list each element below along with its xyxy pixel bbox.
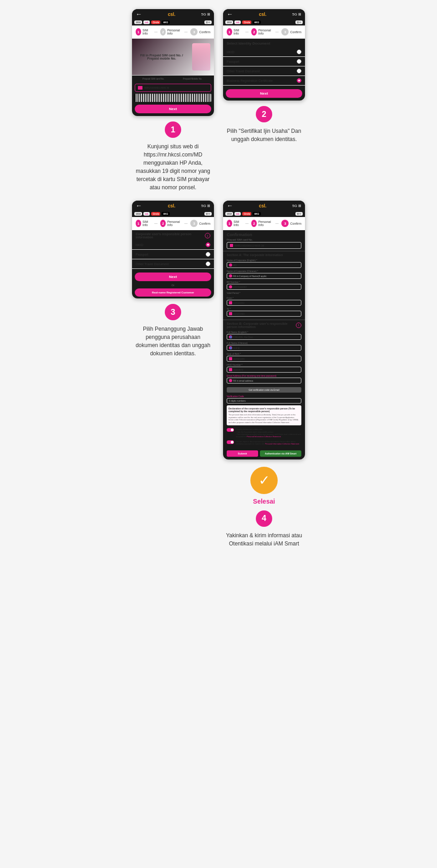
step-2-circle-3: 3 bbox=[281, 28, 289, 35]
step-label-confirm-1: Confirm bbox=[199, 30, 210, 34]
full-name-en-row: Full Name (English) * 👤 CHEUNG, Ka Chun bbox=[223, 330, 305, 341]
row-1: ← csl. 5G ⊞ 1010 csl. Circle HKG 繁中 1 SI… bbox=[0, 9, 437, 192]
hkid-icon bbox=[229, 368, 232, 371]
back-arrow-icon[interactable]: ← bbox=[136, 10, 142, 18]
step-indicator-4: 1 SIM Info 2 Personal Info 3 Confirm bbox=[223, 217, 305, 230]
step-2-personal-label: Personal Info bbox=[258, 29, 272, 35]
lang-btn-4[interactable]: 繁中 bbox=[295, 212, 303, 216]
to-value[interactable]: 11/10/2093 bbox=[227, 311, 301, 317]
name-en-text: MD bbox=[233, 264, 237, 267]
sim-number-text: 89852000089114935 39 bbox=[144, 86, 169, 89]
phone3-hkid-radio[interactable] bbox=[206, 242, 210, 247]
sim-number-box[interactable]: 89852000089114935 39 bbox=[135, 84, 211, 92]
step-circle-3: 3 bbox=[190, 28, 198, 35]
step-2-desc: Pilih "Sertifikat Ijin Usaha" Dan unggah… bbox=[225, 127, 303, 143]
step-4-block: 4 Yakinkan & kirim informasi atau Otenti… bbox=[225, 510, 303, 548]
declaration-box: Declaration of the corporate user's resp… bbox=[227, 405, 301, 425]
step-number-4: 4 bbox=[256, 510, 272, 527]
barcode bbox=[135, 94, 211, 102]
full-name-en-value[interactable]: 👤 CHEUNG, Ka Chun bbox=[227, 334, 301, 340]
submit-btn[interactable]: Submit bbox=[227, 450, 258, 457]
back-arrow-2-icon[interactable]: ← bbox=[227, 10, 233, 18]
toggle2-link[interactable]: Personal Information Collection Statemen… bbox=[265, 443, 299, 445]
step-label-sim-1: SIM Info bbox=[142, 29, 152, 35]
carrier-logo: csl. bbox=[168, 12, 176, 17]
next-button-3[interactable]: Next bbox=[135, 273, 211, 281]
step-item-1: 1 SIM Info bbox=[136, 28, 152, 35]
next-button-2[interactable]: Next bbox=[226, 89, 302, 98]
hkid-radio[interactable] bbox=[297, 50, 301, 54]
hkid-num-value[interactable]: Z6833672 bbox=[227, 367, 301, 373]
to-row: To * 11/10/2093 bbox=[223, 307, 305, 318]
id-option-travel[interactable]: Other Travel Document bbox=[223, 66, 305, 76]
back-arrow-4-icon[interactable]: ← bbox=[227, 202, 233, 209]
next-button-1[interactable]: Next bbox=[135, 105, 211, 113]
toggle1-link[interactable]: Personal Information Collection Statemen… bbox=[247, 435, 281, 438]
email-value[interactable]: Fill in email address bbox=[227, 378, 301, 384]
name-cn-value[interactable]: Fill in Company of Name(If applic bbox=[227, 273, 301, 279]
step-3-item-2: 2 Personal Info bbox=[160, 220, 182, 227]
phone3-passport-radio[interactable] bbox=[206, 252, 210, 257]
logo-2: csl. bbox=[143, 20, 150, 24]
dob-row: Date of Birth * 16/04/1989 bbox=[223, 352, 305, 363]
logos-row-1: 1010 csl. Circle HKG 繁中 bbox=[132, 19, 214, 25]
phone-4-status-bar: ← csl. 5G ⊞ bbox=[223, 201, 305, 211]
phone3-travel-label: Other Travel Document bbox=[136, 262, 168, 266]
sim-labels-row: Prepaid SIM card No. Prepaid Mobile No. bbox=[132, 75, 214, 82]
lang-btn-1[interactable]: 繁中 bbox=[204, 20, 212, 24]
from-row: From * 11/11/2002 bbox=[223, 296, 305, 307]
lang-btn-3[interactable]: 繁中 bbox=[204, 212, 212, 216]
phone3-hkid-option[interactable]: HKID bbox=[132, 240, 214, 250]
sim-value-icon bbox=[230, 244, 233, 247]
logo-4-1: 1010 bbox=[225, 212, 233, 216]
iam-smart-btn[interactable]: Authentication via iAM Smart bbox=[260, 450, 301, 457]
toggle-2[interactable] bbox=[227, 440, 234, 444]
id-option-business[interactable]: Business Registration Certificate bbox=[223, 76, 305, 86]
real-name-btn[interactable]: Real-name Registered Customer bbox=[135, 288, 211, 297]
sim-card-confirm-label: Prepaid SIM card No. bbox=[223, 238, 305, 242]
step-item-3: 3 Confirm bbox=[190, 28, 210, 35]
hkid-num-text: Z6833672 bbox=[233, 368, 244, 371]
logo-4: HKG bbox=[162, 20, 169, 24]
toggle-1-text: I hereby declare and confirm that:• I am… bbox=[236, 428, 301, 438]
get-verify-code-btn[interactable]: Get verification code via Email bbox=[227, 387, 301, 393]
email-label: Email Address (For receiving one-time pa… bbox=[227, 374, 301, 377]
hkid-num-label: HKID Number * bbox=[227, 363, 301, 366]
step-circle-1: 1 bbox=[136, 28, 141, 35]
lang-btn-2[interactable]: 繁中 bbox=[295, 20, 303, 24]
travel-radio[interactable] bbox=[297, 69, 301, 73]
id-option-hkid[interactable]: HKID bbox=[223, 47, 305, 57]
mobile-label: Prepaid Mobile No. bbox=[174, 77, 211, 80]
hero-text: Fill in Prepaid SIM card No. / Prepaid m… bbox=[136, 54, 188, 60]
row-2: ← csl. 5G ⊞ 1010 csl. Circle HKG 繁中 1 SI… bbox=[0, 201, 437, 548]
id-option-passport[interactable]: Passport bbox=[223, 57, 305, 66]
to-cal-icon bbox=[229, 312, 232, 315]
full-name-cn-value[interactable]: 👤 张家俊 bbox=[227, 345, 301, 351]
name-en-value[interactable]: MD bbox=[227, 262, 301, 268]
step-4-confirm-label: Confirm bbox=[290, 222, 301, 225]
logo-2-4: HKG bbox=[253, 20, 260, 24]
from-value[interactable]: 11/11/2002 bbox=[227, 300, 301, 306]
dob-value[interactable]: 16/04/1989 bbox=[227, 356, 301, 362]
step-number-2: 2 bbox=[256, 106, 272, 122]
br-value[interactable]: 14578999887 bbox=[227, 284, 301, 290]
sim-value-text: 89852000089114935 39 bbox=[234, 244, 264, 247]
info-icon[interactable]: i bbox=[205, 233, 210, 238]
passport-label: Passport bbox=[227, 60, 239, 63]
logo-3-4: HKG bbox=[162, 212, 169, 216]
phone3-passport-option[interactable]: Passport bbox=[132, 250, 214, 259]
verification-placeholder: 6 digits numbers bbox=[229, 399, 246, 402]
phone3-travel-radio[interactable] bbox=[206, 262, 210, 266]
verification-input[interactable]: 6 digits numbers bbox=[227, 398, 301, 404]
back-arrow-3-icon[interactable]: ← bbox=[136, 202, 142, 209]
step-4-circle-3: 3 bbox=[281, 220, 289, 227]
phone3-travel-option[interactable]: Other Travel Document bbox=[132, 259, 214, 269]
step-3-personal-label: Personal Info bbox=[167, 220, 181, 227]
bottom-buttons: Submit Authentication via iAM Smart bbox=[223, 449, 305, 459]
business-reg-radio[interactable] bbox=[297, 78, 301, 83]
section-b-info-icon[interactable]: i bbox=[296, 323, 301, 328]
toggle-1[interactable] bbox=[227, 428, 234, 432]
passport-radio[interactable] bbox=[297, 59, 301, 64]
dob-cal-icon bbox=[229, 357, 232, 360]
sim-card-label: Prepaid SIM card No. bbox=[135, 77, 172, 80]
